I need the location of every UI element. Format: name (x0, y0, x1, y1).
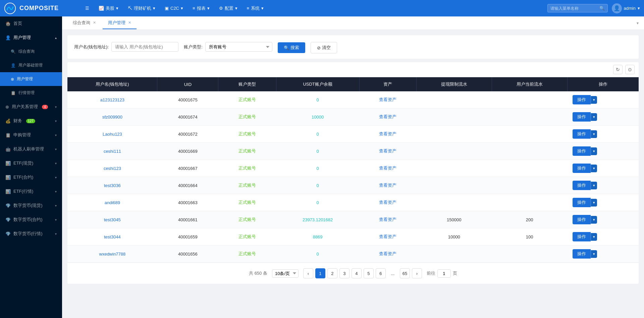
tab-user-management[interactable]: 用户管理 ✕ (103, 17, 137, 29)
chevron-down-icon: ▾ (153, 6, 155, 11)
action-chevron-btn[interactable]: ▾ (591, 130, 597, 138)
asset-link[interactable]: 查看资产 (379, 217, 396, 222)
td-username: Laohu123 (67, 126, 157, 143)
nav-item-c2c[interactable]: ▣ C2C ▾ (161, 4, 187, 13)
asset-link[interactable]: 查看资产 (379, 200, 396, 205)
td-asset: 查看资产 (359, 228, 416, 245)
nav-search-box[interactable]: 🔍 (547, 4, 608, 12)
page-1-btn[interactable]: 1 (315, 268, 325, 278)
admin-area[interactable]: 👤 admin ▾ (612, 3, 640, 13)
chevron-down-icon: ▾ (55, 232, 57, 236)
action-chevron-btn[interactable]: ▾ (591, 250, 597, 258)
action-main-btn[interactable]: 操作 (573, 129, 591, 139)
sidebar-item-user-management[interactable]: 👤 用户管理 ▴ (0, 31, 62, 45)
clear-button[interactable]: ⊘ 清空 (311, 42, 337, 53)
nav-item-stock[interactable]: 📈 美股 ▾ (95, 3, 122, 13)
asset-link[interactable]: 查看资产 (379, 234, 396, 239)
tab-general-query[interactable]: 综合查询 ✕ (67, 17, 101, 29)
asset-link[interactable]: 查看资产 (379, 114, 396, 119)
action-main-btn[interactable]: 操作 (573, 112, 591, 122)
nav-search-input[interactable] (550, 6, 597, 11)
action-main-btn[interactable]: 操作 (573, 249, 591, 259)
page-6-btn[interactable]: 6 (376, 268, 386, 278)
action-chevron-btn[interactable]: ▾ (591, 113, 597, 121)
action-main-btn[interactable]: 操作 (573, 232, 591, 241)
username-link[interactable]: sfz009900 (102, 115, 122, 120)
sidebar-item-relation-mgmt[interactable]: ⊗ 用户关系管理 4 ▾ (0, 100, 62, 114)
asset-link[interactable]: 查看资产 (379, 97, 396, 102)
action-chevron-btn[interactable]: ▾ (591, 182, 597, 189)
td-usdt: 10000 (276, 108, 359, 126)
sidebar-item-etf-market[interactable]: 📊 ETF(行情) ▾ (0, 184, 62, 198)
asset-link[interactable]: 查看资产 (379, 166, 396, 171)
page-size-select[interactable]: 10条/页 (272, 269, 299, 278)
page-dots: ... (388, 268, 398, 278)
asset-link[interactable]: 查看资产 (379, 148, 396, 153)
action-main-btn[interactable]: 操作 (573, 146, 591, 156)
username-link[interactable]: test3045 (104, 217, 121, 222)
chevron-down-icon: ▾ (55, 204, 57, 208)
sidebar-item-robot[interactable]: 🤖 机器人刷单管理 ▾ (0, 142, 62, 156)
system-icon: ≡ (247, 6, 250, 11)
username-link[interactable]: test3044 (104, 234, 121, 239)
sidebar-item-home[interactable]: 🏠 首页 (0, 16, 62, 31)
action-chevron-btn[interactable]: ▾ (591, 147, 597, 155)
sidebar-item-search[interactable]: 🔍 综合查询 (0, 45, 62, 58)
page-last-btn[interactable]: 65 (400, 268, 410, 278)
next-page-btn[interactable]: › (412, 268, 422, 278)
page-2-btn[interactable]: 2 (327, 268, 337, 278)
page-3-btn[interactable]: 3 (339, 268, 350, 278)
nav-menu-toggle[interactable]: ☰ (81, 4, 93, 13)
action-main-btn[interactable]: 操作 (573, 198, 591, 207)
sidebar-item-user-basic[interactable]: 👤 用户基础管理 (0, 58, 62, 72)
action-main-btn[interactable]: 操作 (573, 164, 591, 173)
sidebar-item-crypto-spot[interactable]: 💎 数字货币(现货) ▾ (0, 198, 62, 213)
username-link[interactable]: Laohu123 (103, 132, 122, 137)
username-input[interactable] (111, 42, 178, 52)
asset-link[interactable]: 查看资产 (379, 131, 396, 136)
username-link[interactable]: andi689 (105, 200, 120, 205)
nav-item-config[interactable]: ⚙ 配置 ▾ (215, 3, 241, 13)
search-button[interactable]: 🔍 搜索 (278, 42, 305, 53)
td-username: test3045 (67, 211, 157, 228)
page-4-btn[interactable]: 4 (352, 268, 362, 278)
col-usdt: USDT账户余额 (276, 77, 359, 91)
sidebar-item-market-mgmt[interactable]: 📋 行情管理 (0, 86, 62, 100)
sidebar-item-finance[interactable]: 💰 财务 127 ▾ (0, 114, 62, 128)
action-chevron-btn[interactable]: ▾ (591, 165, 597, 172)
tab-more-chevron[interactable]: ▾ (637, 21, 639, 26)
username-link[interactable]: ceshi123 (104, 166, 121, 171)
asset-link[interactable]: 查看资产 (379, 183, 396, 188)
settings-button[interactable]: ⊙ (625, 65, 635, 74)
username-link[interactable]: ceshi111 (104, 149, 121, 154)
username-link[interactable]: a123123123 (100, 97, 124, 102)
nav-item-mining[interactable]: ⛏ 理财矿机 ▾ (124, 3, 159, 13)
account-type-select[interactable]: 所有账号 (205, 42, 272, 52)
tab-close-general[interactable]: ✕ (93, 20, 96, 25)
action-chevron-btn[interactable]: ▾ (591, 216, 597, 224)
refresh-button[interactable]: ↻ (613, 65, 623, 74)
action-main-btn[interactable]: 操作 (573, 215, 591, 224)
page-5-btn[interactable]: 5 (364, 268, 374, 278)
action-main-btn[interactable]: 操作 (573, 95, 591, 104)
sidebar-item-user-mgmt[interactable]: ⊗ 用户管理 (0, 72, 62, 86)
username-link[interactable]: wxedwin7788 (99, 252, 126, 257)
action-chevron-btn[interactable]: ▾ (591, 96, 597, 104)
nav-item-system[interactable]: ≡ 系统 ▾ (243, 3, 268, 13)
sidebar-item-crypto-market[interactable]: 💎 数字货币(行情) ▾ (0, 227, 62, 241)
sidebar-item-etf-futures[interactable]: 📊 ETF(合约) ▾ (0, 170, 62, 184)
asset-link[interactable]: 查看资产 (379, 251, 396, 256)
sidebar-item-crypto-futures[interactable]: 💎 数字货币(合约) ▾ (0, 213, 62, 227)
prev-page-btn[interactable]: ‹ (303, 268, 313, 278)
username-link[interactable]: test3036 (104, 183, 121, 188)
td-action: 操作 ▾ (567, 160, 639, 177)
tab-close-user[interactable]: ✕ (128, 20, 131, 25)
action-chevron-btn[interactable]: ▾ (591, 199, 597, 207)
td-uid: 40001674 (157, 108, 218, 126)
goto-input[interactable] (437, 269, 451, 278)
action-chevron-btn[interactable]: ▾ (591, 233, 597, 241)
nav-item-report[interactable]: ≡ 报表 ▾ (189, 3, 214, 13)
sidebar-item-etf-spot[interactable]: 📊 ETF(现货) ▾ (0, 156, 62, 170)
action-main-btn[interactable]: 操作 (573, 181, 591, 190)
sidebar-item-subscription[interactable]: 📋 申购管理 ▾ (0, 128, 62, 142)
